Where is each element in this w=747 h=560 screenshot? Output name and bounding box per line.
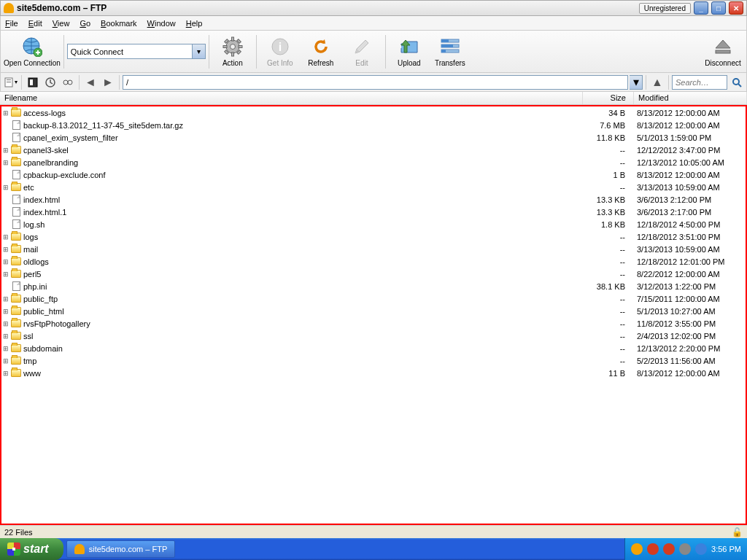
quick-connect-input[interactable] [67, 44, 193, 59]
tool-btn-1[interactable] [25, 74, 41, 90]
menubar: File Edit View Go Bookmark Window Help [0, 16, 747, 31]
expand-toggle[interactable]: ⊞ [1, 332, 10, 340]
file-row[interactable]: index.html.113.3 KB3/6/2013 2:17:00 PM [1, 206, 746, 218]
close-button[interactable]: ✕ [729, 1, 743, 15]
svg-rect-23 [7, 82, 11, 82]
folder-icon [10, 257, 22, 267]
file-row[interactable]: cpanel_exim_system_filter11.8 KB5/1/2013… [1, 131, 746, 144]
path-input[interactable] [123, 75, 628, 90]
file-row[interactable]: index.html13.3 KB3/6/2013 2:12:00 PM [1, 193, 746, 206]
expand-toggle[interactable]: ⊞ [1, 308, 10, 315]
expand-toggle[interactable]: ⊞ [1, 320, 10, 327]
menu-go[interactable]: Go [80, 19, 90, 28]
disconnect-button[interactable]: Disconnect [703, 32, 743, 71]
tray-icon[interactable] [695, 543, 707, 555]
tray-icon[interactable] [679, 543, 691, 555]
file-row[interactable]: ⊞mail--3/13/2013 10:59:00 AM [1, 243, 746, 255]
expand-toggle[interactable]: ⊞ [1, 370, 10, 377]
app-icon [4, 3, 14, 13]
file-name: cpbackup-exclude.conf [23, 171, 581, 179]
menu-bookmark[interactable]: Bookmark [101, 19, 137, 28]
tray-icon[interactable] [663, 543, 675, 555]
quick-connect-wrap: ▾ [67, 44, 206, 59]
expand-toggle[interactable]: ⊞ [1, 246, 10, 253]
file-row[interactable]: ⊞cpanelbranding--12/13/2012 10:05:00 AM [1, 156, 746, 168]
folder-icon [10, 343, 22, 354]
maximize-button[interactable]: □ [711, 1, 726, 15]
transfers-button[interactable]: Transfers [430, 32, 471, 71]
get-info-button[interactable]: i Get Info [260, 32, 301, 71]
file-row[interactable]: backup-8.13.2012_11-37-45_site5dem.tar.g… [1, 119, 746, 131]
file-row[interactable]: ⊞subdomain--12/13/2012 2:20:00 PM [1, 342, 746, 354]
unregistered-badge[interactable]: Unregistered [639, 3, 691, 14]
file-row[interactable]: ⊞logs--12/18/2012 3:51:00 PM [1, 230, 746, 243]
expand-toggle[interactable]: ⊞ [1, 159, 10, 166]
folder-icon [10, 306, 22, 316]
file-row[interactable]: php.ini38.1 KB3/12/2013 1:22:00 PM [1, 280, 746, 292]
system-tray[interactable]: 3:56 PM [624, 538, 747, 560]
nav-separator [646, 75, 646, 90]
svg-rect-6 [223, 46, 227, 48]
transfers-icon [439, 36, 461, 58]
start-button[interactable]: start [0, 538, 63, 560]
file-list[interactable]: ⊞access-logs34 B8/13/2012 12:00:00 AMbac… [0, 105, 747, 525]
history-button[interactable] [42, 74, 58, 90]
edit-button[interactable]: Edit [341, 32, 382, 71]
file-size: 38.1 KB [581, 282, 632, 291]
col-modified[interactable]: Modified [634, 92, 747, 104]
forward-button[interactable]: ► [100, 74, 116, 90]
file-row[interactable]: ⊞access-logs34 B8/13/2012 12:00:00 AM [1, 106, 746, 119]
expand-toggle[interactable]: ⊞ [1, 345, 10, 352]
file-row[interactable]: ⊞rvsFtpPhotogallery--11/8/2012 3:55:00 P… [1, 317, 746, 330]
expand-toggle[interactable]: ⊞ [1, 147, 10, 154]
file-size: -- [581, 257, 632, 266]
quick-connect-dropdown[interactable]: ▾ [193, 44, 206, 59]
file-row[interactable]: ⊞ssl--2/4/2013 12:02:00 PM [1, 330, 746, 342]
expand-toggle[interactable]: ⊞ [1, 295, 10, 303]
file-row[interactable]: log.sh1.8 KB12/18/2012 4:50:00 PM [1, 218, 746, 230]
expand-toggle[interactable]: ⊞ [1, 357, 10, 365]
file-row[interactable]: ⊞etc--3/13/2013 10:59:00 AM [1, 181, 746, 193]
expand-toggle[interactable]: ⊞ [1, 109, 10, 117]
folder-icon [10, 232, 22, 242]
toolbar-separator [385, 35, 386, 69]
file-row[interactable]: ⊞public_html--5/1/2013 10:27:00 AM [1, 305, 746, 317]
expand-toggle[interactable]: ⊞ [1, 258, 10, 265]
expand-toggle[interactable]: ⊞ [1, 184, 10, 191]
action-button[interactable]: Action [212, 32, 253, 71]
col-size[interactable]: Size [583, 92, 634, 104]
file-name: tmp [23, 357, 581, 365]
file-modified: 11/8/2012 3:55:00 PM [632, 319, 746, 328]
refresh-button[interactable]: Refresh [301, 32, 341, 71]
menu-window[interactable]: Window [147, 19, 176, 28]
search-button[interactable] [729, 74, 745, 90]
menu-view[interactable]: View [53, 19, 70, 28]
up-button[interactable]: ▲ [649, 74, 665, 90]
nav-separator [21, 75, 22, 90]
file-row[interactable]: ⊞www11 B8/13/2012 12:00:00 AM [1, 367, 746, 379]
path-dropdown[interactable]: ▾ [630, 75, 643, 90]
col-filename[interactable]: Filename [0, 92, 583, 104]
expand-toggle[interactable]: ⊞ [1, 271, 10, 278]
file-row[interactable]: ⊞cpanel3-skel--12/12/2012 3:47:00 PM [1, 144, 746, 156]
tool-btn-3[interactable] [60, 74, 76, 90]
upload-button[interactable]: Upload [389, 32, 430, 71]
menu-help[interactable]: Help [186, 19, 203, 28]
minimize-button[interactable]: _ [694, 1, 708, 15]
menu-edit[interactable]: Edit [28, 19, 42, 28]
file-row[interactable]: cpbackup-exclude.conf1 B8/13/2012 12:00:… [1, 168, 746, 181]
file-size: -- [581, 344, 632, 353]
expand-toggle[interactable]: ⊞ [1, 233, 10, 241]
back-button[interactable]: ◄ [82, 74, 98, 90]
menu-file[interactable]: File [5, 19, 18, 28]
taskbar-item[interactable]: site5demo.com – FTP [66, 540, 176, 558]
tray-icon[interactable] [647, 543, 659, 555]
tray-icon[interactable] [631, 543, 643, 555]
file-row[interactable]: ⊞oldlogs--12/18/2012 12:01:00 PM [1, 255, 746, 268]
bookmarks-dropdown[interactable]: ▾ [2, 74, 18, 90]
file-row[interactable]: ⊞public_ftp--7/15/2011 12:00:00 AM [1, 292, 746, 305]
open-connection-button[interactable]: Open Connection [4, 32, 61, 71]
file-row[interactable]: ⊞perl5--8/22/2012 12:00:00 AM [1, 268, 746, 280]
search-input[interactable] [672, 75, 727, 90]
file-row[interactable]: ⊞tmp--5/2/2013 11:56:00 AM [1, 354, 746, 367]
